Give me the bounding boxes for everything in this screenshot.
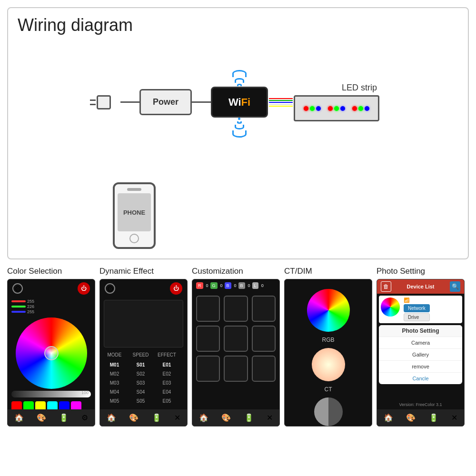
- photo-menu-remove[interactable]: remove: [379, 361, 462, 373]
- custom-cell-9[interactable]: [252, 356, 276, 382]
- led-green-3: [358, 106, 363, 111]
- de-row-2[interactable]: M02 S02 E02: [104, 370, 183, 377]
- nav-color-icon[interactable]: 🎨: [37, 413, 46, 422]
- nav-home-icon[interactable]: 🏠: [14, 413, 24, 422]
- rgb-b-bar: [11, 311, 26, 313]
- custom-cell-2[interactable]: [224, 296, 248, 322]
- custom-cell-1[interactable]: [196, 296, 220, 322]
- plug-body: [97, 95, 111, 109]
- wiring-title: Wiring diagram: [18, 15, 458, 35]
- custom-cell-6[interactable]: [252, 326, 276, 352]
- de-cell-e02: E02: [156, 370, 178, 377]
- custom-grid: [192, 292, 279, 386]
- photo-menu-camera[interactable]: Camera: [379, 337, 462, 349]
- wire-yellow: [269, 106, 293, 107]
- de-row-1[interactable]: M01 S01 E01: [104, 361, 183, 368]
- photo-menu-cancel[interactable]: Cancle: [379, 373, 462, 384]
- cs-bottom-nav: 🏠 🎨 🔋 ⚙: [8, 409, 95, 426]
- cs-power-button[interactable]: ⏻: [78, 282, 90, 295]
- de-row-3[interactable]: M03 S03 E03: [104, 379, 183, 387]
- led-red-3: [352, 106, 357, 111]
- photo-nav-battery-icon[interactable]: 🔋: [429, 413, 438, 422]
- photo-drive-button[interactable]: Drive: [404, 313, 430, 321]
- customization-label: Customization: [192, 267, 243, 276]
- dynamic-effect-column: Dynamic Effect ⊙ ⏻ MODE SPEED EFFECT M01…: [99, 267, 192, 426]
- led-red-2: [328, 106, 333, 111]
- nav-settings-icon[interactable]: ⚙: [81, 413, 88, 422]
- photo-net-btn-group: Network Drive: [404, 304, 430, 321]
- custom-cell-7[interactable]: [196, 356, 220, 382]
- customization-screen: R 0 G 0 B 0 B 0 L 0: [192, 279, 280, 426]
- wifi-arc-b-small: [237, 121, 242, 124]
- cs-bulb-icon: ⊙: [12, 283, 23, 294]
- prong-bottom: [90, 104, 96, 105]
- de-cell-m02: M02: [104, 370, 125, 377]
- photo-nav-color-icon[interactable]: 🎨: [406, 413, 416, 422]
- de-nav-settings-icon[interactable]: ✕: [174, 413, 180, 422]
- nav-battery-icon[interactable]: 🔋: [59, 413, 69, 422]
- photo-nav-home-icon[interactable]: 🏠: [384, 413, 393, 422]
- wire-blue: [269, 102, 293, 103]
- ctdim-rgb-wheel[interactable]: [307, 289, 350, 332]
- custom-nav-settings-icon[interactable]: ✕: [267, 413, 273, 422]
- custom-cell-3[interactable]: [252, 296, 276, 322]
- color-wheel[interactable]: [16, 317, 87, 389]
- de-col-speed: SPEED: [130, 352, 151, 357]
- color-wheel-center: [44, 346, 59, 360]
- photo-nav-settings-icon[interactable]: ✕: [451, 413, 457, 422]
- custom-label-b2: B: [238, 282, 245, 289]
- photo-search-button[interactable]: 🔍: [450, 281, 460, 292]
- custom-cell-8[interactable]: [224, 356, 248, 382]
- photo-version: Version: FreeColor 3.1: [377, 402, 464, 407]
- de-cell-e05: E05: [156, 397, 178, 405]
- rgb-g-label: 226: [27, 304, 34, 309]
- ctdim-ct-wheel[interactable]: [312, 348, 345, 381]
- wifi-box: WiFi: [211, 87, 268, 118]
- phone-screen: PHONE: [118, 193, 151, 231]
- phone-label: PHONE: [123, 209, 145, 216]
- de-cell-s01: S01: [130, 361, 151, 368]
- ctdim-label: CT/DIM: [284, 267, 312, 276]
- cs-top-bar: ⊙ ⏻: [8, 279, 95, 298]
- custom-nav-home-icon[interactable]: 🏠: [199, 413, 208, 422]
- ctdim-dim-wheel[interactable]: [314, 397, 343, 426]
- de-cell-e04: E04: [156, 388, 178, 396]
- rgb-r-label: 255: [27, 299, 34, 304]
- de-cell-m04: M04: [104, 388, 125, 396]
- de-cell-s05: S05: [130, 397, 151, 405]
- wifi-container: WiFi: [211, 87, 268, 118]
- custom-cell-4[interactable]: [196, 326, 220, 352]
- led-strip: [294, 95, 379, 121]
- photo-setting-column: Photo Setting 🗑 Device List 🔍 📶: [377, 267, 469, 426]
- de-row-4[interactable]: M04 S04 E04: [104, 388, 183, 396]
- de-cell-m03: M03: [104, 379, 125, 387]
- photo-delete-icon[interactable]: 🗑: [381, 281, 391, 292]
- de-nav-home-icon[interactable]: 🏠: [107, 413, 116, 422]
- de-nav-battery-icon[interactable]: 🔋: [152, 413, 161, 422]
- custom-nav-color-icon[interactable]: 🎨: [221, 413, 231, 422]
- led-blue-1: [316, 106, 321, 111]
- custom-nav-battery-icon[interactable]: 🔋: [244, 413, 254, 422]
- de-table: MODE SPEED EFFECT M01 S01 E01 M02 S02 E0…: [104, 352, 183, 405]
- de-cell-e03: E03: [156, 379, 178, 387]
- de-nav-color-icon[interactable]: 🎨: [129, 413, 139, 422]
- de-power-button[interactable]: ⏻: [170, 282, 182, 295]
- custom-bottom-nav: 🏠 🎨 🔋 ✕: [192, 409, 279, 426]
- photo-bottom-nav: 🏠 🎨 🔋 ✕: [377, 409, 464, 426]
- rgb-g-bar: [11, 306, 26, 307]
- photo-top-title: Device List: [407, 284, 434, 289]
- photo-top-bar: 🗑 Device List 🔍: [377, 279, 464, 294]
- cs-rgb-values: 255 226 255: [8, 298, 95, 316]
- photo-menu-gallery[interactable]: Gallery: [379, 349, 462, 361]
- custom-cell-5[interactable]: [224, 326, 248, 352]
- power-label: Power: [153, 97, 178, 107]
- de-bulb-icon: ⊙: [105, 283, 115, 294]
- phone-container: PHONE: [113, 182, 156, 249]
- dynamic-effect-screen: ⊙ ⏻ MODE SPEED EFFECT M01 S01 E01: [99, 279, 188, 426]
- de-row-5[interactable]: M05 S05 E05: [104, 397, 183, 405]
- de-cell-e01: E01: [156, 361, 178, 368]
- brightness-slider[interactable]: 100: [11, 391, 91, 397]
- customization-column: Customization R 0 G 0 B 0 B 0 L 0: [192, 267, 284, 426]
- ctdim-inner: RGB CT DIM Set Diffuser mode: [285, 279, 372, 426]
- photo-network-button[interactable]: Network: [404, 304, 430, 312]
